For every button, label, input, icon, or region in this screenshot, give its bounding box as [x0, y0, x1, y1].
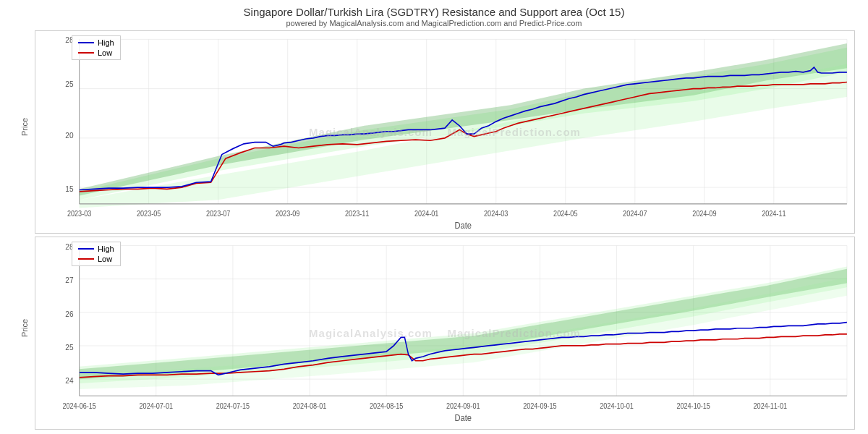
chart1-legend: High Low — [72, 35, 121, 60]
chart2-svg: 24 25 26 27 28 2024-06-15 2024-07-01 202… — [35, 237, 854, 429]
svg-text:2023-07: 2023-07 — [206, 209, 230, 218]
svg-text:26: 26 — [65, 309, 73, 318]
chart2-container: Price MagicalAnalysis.com MagicalPredict… — [35, 237, 855, 430]
svg-text:2024-10-15: 2024-10-15 — [676, 401, 710, 410]
svg-text:24: 24 — [65, 375, 73, 385]
svg-text:2023-03: 2023-03 — [67, 209, 91, 218]
svg-text:2024-07-01: 2024-07-01 — [140, 401, 173, 410]
svg-text:2024-10-01: 2024-10-01 — [600, 401, 633, 410]
legend-high: High — [78, 38, 114, 47]
main-container: Singapore Dollar/Turkish Lira (SGDTRY) R… — [0, 0, 868, 434]
svg-text:2023-05: 2023-05 — [137, 209, 161, 218]
high-line-icon — [78, 42, 94, 43]
svg-text:2024-09-15: 2024-09-15 — [523, 401, 557, 410]
svg-text:27: 27 — [65, 275, 73, 284]
legend-low: Low — [78, 48, 114, 57]
chart1-y-label: Price — [20, 118, 29, 136]
chart2-legend-high: High — [78, 244, 114, 253]
svg-text:25: 25 — [65, 342, 73, 352]
svg-text:2024-09-01: 2024-09-01 — [446, 401, 480, 410]
legend-low-label: Low — [98, 48, 112, 57]
chart2-legend: High Low — [72, 242, 121, 266]
svg-text:2024-09: 2024-09 — [692, 209, 716, 218]
legend-high-label: High — [98, 38, 114, 47]
svg-text:2024-06-15: 2024-06-15 — [62, 401, 96, 410]
chart2-legend-low: Low — [78, 255, 114, 263]
chart1-container: Price MagicalAnalysis.com MagicalPredict… — [35, 30, 855, 234]
svg-text:2024-07: 2024-07 — [623, 209, 647, 218]
svg-text:Date: Date — [455, 220, 472, 231]
svg-text:20: 20 — [65, 130, 73, 140]
page-title: Singapore Dollar/Turkish Lira (SGDTRY) R… — [7, 6, 861, 18]
svg-text:25: 25 — [65, 80, 73, 89]
svg-text:2023-09: 2023-09 — [276, 209, 299, 218]
svg-text:Date: Date — [455, 412, 472, 423]
chart2-legend-high-label: High — [98, 244, 114, 253]
charts-wrapper: Price MagicalAnalysis.com MagicalPredict… — [7, 29, 861, 431]
svg-text:2024-05: 2024-05 — [553, 209, 577, 218]
svg-text:2024-01: 2024-01 — [414, 209, 438, 218]
svg-text:2024-07-15: 2024-07-15 — [216, 401, 250, 410]
svg-text:2024-08-01: 2024-08-01 — [293, 401, 326, 410]
svg-text:15: 15 — [65, 184, 73, 193]
chart2-y-label: Price — [20, 319, 29, 337]
svg-text:2024-03: 2024-03 — [484, 209, 508, 218]
chart2-high-line-icon — [78, 248, 94, 250]
chart2-legend-low-label: Low — [98, 255, 112, 263]
chart2-low-line-icon — [78, 258, 94, 260]
svg-text:2023-11: 2023-11 — [345, 209, 369, 218]
header: Singapore Dollar/Turkish Lira (SGDTRY) R… — [7, 6, 861, 27]
page-subtitle: powered by MagicalAnalysis.com and Magic… — [7, 19, 861, 27]
chart1-svg: 15 20 25 28 2023-03 2023-05 2023-07 2023… — [35, 31, 854, 233]
svg-text:2024-11-01: 2024-11-01 — [754, 401, 787, 410]
svg-text:2024-11: 2024-11 — [762, 209, 786, 218]
svg-text:2024-08-15: 2024-08-15 — [370, 401, 404, 410]
low-line-icon — [78, 52, 94, 54]
